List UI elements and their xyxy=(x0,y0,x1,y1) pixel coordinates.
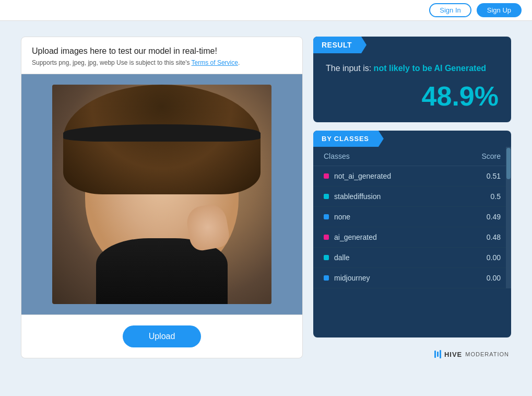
class-name-cell: midjourney xyxy=(313,268,450,288)
main-content: Upload images here to test our model in … xyxy=(0,21,532,374)
result-prefix: The input is: xyxy=(326,64,374,73)
classes-card: BY CLASSES Classes Score not_ai_generate… xyxy=(313,131,511,337)
class-score-cell: 0.48 xyxy=(450,227,511,248)
upload-title: Upload images here to test our model in … xyxy=(32,46,292,56)
class-color-dot xyxy=(324,214,329,219)
result-body: The input is: not likely to be AI Genera… xyxy=(313,53,511,122)
class-name-text: stablediffusion xyxy=(334,192,381,201)
result-percentage: 48.9% xyxy=(326,80,499,112)
result-verdict: not likely to be AI Generated xyxy=(374,64,486,73)
table-row: none 0.49 xyxy=(313,207,511,227)
col-classes-header: Classes xyxy=(313,147,450,166)
hive-branding: HIVE MODERATION xyxy=(313,346,511,358)
signup-button[interactable]: Sign Up xyxy=(477,3,522,17)
hive-logo-text: HIVE xyxy=(444,351,462,358)
result-card: RESULT The input is: not likely to be AI… xyxy=(313,37,511,122)
upload-header: Upload images here to test our model in … xyxy=(21,37,303,74)
table-row: midjourney 0.00 xyxy=(313,268,511,288)
class-color-dot xyxy=(324,173,329,179)
result-text: The input is: not likely to be AI Genera… xyxy=(326,64,499,73)
class-name-cell: ai_generated xyxy=(313,227,450,248)
image-container xyxy=(21,74,303,315)
scrollbar[interactable] xyxy=(506,147,511,288)
table-row: ai_generated 0.48 xyxy=(313,227,511,248)
terms-link[interactable]: Terms of Service xyxy=(192,59,238,66)
class-color-dot xyxy=(324,255,329,260)
table-row: not_ai_generated 0.51 xyxy=(313,166,511,187)
upload-subtitle: Supports png, jpeg, jpg, webp Use is sub… xyxy=(32,59,292,66)
table-header-row: Classes Score xyxy=(313,147,511,166)
portrait-bg xyxy=(52,85,271,304)
class-score-cell: 0.51 xyxy=(450,166,511,187)
upload-subtitle-text: Supports png, jpeg, jpg, webp Use is sub… xyxy=(32,59,192,66)
hive-bar-1 xyxy=(434,351,436,358)
signin-button[interactable]: Sign In xyxy=(429,3,471,17)
class-name-text: ai_generated xyxy=(334,233,377,241)
class-score-cell: 0.00 xyxy=(450,248,511,268)
class-score-cell: 0.00 xyxy=(450,268,511,288)
class-name-cell: dalle xyxy=(313,248,450,268)
class-name-text: dalle xyxy=(334,253,350,262)
classes-header-label: BY CLASSES xyxy=(313,131,384,147)
left-panel: Upload images here to test our model in … xyxy=(21,37,303,358)
portrait-headband xyxy=(63,124,261,142)
class-name-text: none xyxy=(334,213,350,221)
table-row: stablediffusion 0.5 xyxy=(313,187,511,207)
upload-btn-container: Upload xyxy=(21,315,303,358)
hive-bar-2 xyxy=(437,352,439,357)
class-name-cell: not_ai_generated xyxy=(313,166,450,187)
class-score-cell: 0.5 xyxy=(450,187,511,207)
classes-table-container: Classes Score not_ai_generated 0.51 stab… xyxy=(313,147,511,288)
top-bar: Sign In Sign Up xyxy=(0,0,532,21)
class-name-text: midjourney xyxy=(334,274,370,282)
scrollbar-thumb xyxy=(506,148,511,179)
class-color-dot xyxy=(324,275,329,281)
class-name-cell: stablediffusion xyxy=(313,187,450,207)
col-score-header: Score xyxy=(450,147,511,166)
uploaded-image xyxy=(52,85,271,304)
right-panel: RESULT The input is: not likely to be AI… xyxy=(313,37,511,358)
result-header-label: RESULT xyxy=(313,37,367,53)
class-score-cell: 0.49 xyxy=(450,207,511,227)
classes-table: Classes Score not_ai_generated 0.51 stab… xyxy=(313,147,511,288)
hive-logo-icon xyxy=(434,350,441,358)
hive-sub-text: MODERATION xyxy=(465,351,509,357)
class-name-cell: none xyxy=(313,207,450,227)
upload-button[interactable]: Upload xyxy=(123,325,202,347)
hive-bar-3 xyxy=(440,350,441,358)
class-color-dot xyxy=(324,194,329,199)
class-color-dot xyxy=(324,235,329,240)
class-name-text: not_ai_generated xyxy=(334,172,391,180)
table-row: dalle 0.00 xyxy=(313,248,511,268)
